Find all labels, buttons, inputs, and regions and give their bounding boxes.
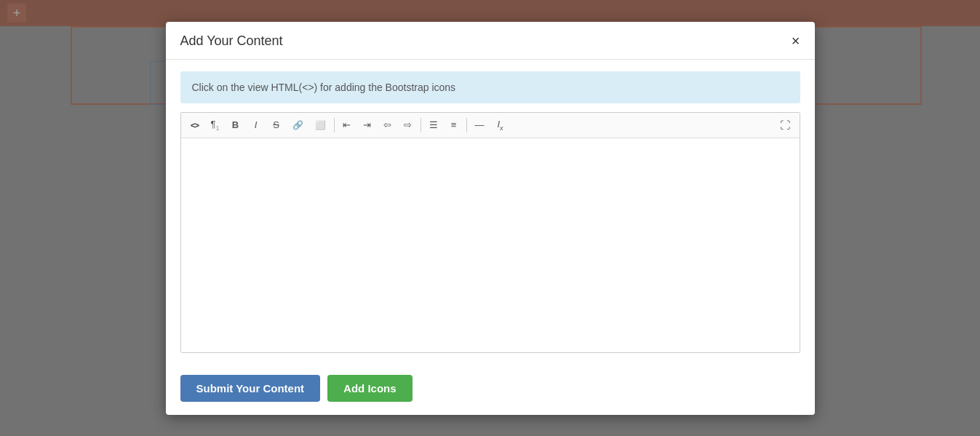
align-right-icon: ⇦ bbox=[383, 119, 391, 130]
paragraph-button[interactable]: ¶1 bbox=[206, 116, 225, 135]
clear-format-button[interactable]: Ix bbox=[491, 116, 510, 135]
align-justify-icon: ⇨ bbox=[404, 119, 412, 130]
toolbar-separator-3 bbox=[466, 118, 467, 132]
modal-footer: Submit Your Content Add Icons bbox=[166, 365, 815, 415]
submit-content-button[interactable]: Submit Your Content bbox=[180, 375, 321, 402]
strikethrough-button[interactable]: S bbox=[267, 116, 286, 135]
italic-button[interactable]: I bbox=[247, 116, 266, 135]
ordered-list-icon: ≡ bbox=[451, 119, 457, 130]
html-view-button[interactable]: <> bbox=[186, 116, 204, 135]
unordered-list-icon: ☰ bbox=[429, 119, 438, 130]
link-button[interactable]: 🔗 bbox=[287, 116, 308, 135]
toolbar-separator-1 bbox=[334, 118, 335, 132]
align-center-button[interactable]: ⇥ bbox=[358, 116, 377, 135]
modal-overlay: Add Your Content × Click on the view HTM… bbox=[0, 0, 980, 436]
toolbar-separator-2 bbox=[421, 118, 421, 132]
align-center-icon: ⇥ bbox=[363, 119, 371, 130]
modal-close-button[interactable]: × bbox=[792, 33, 800, 48]
editor-content-area[interactable] bbox=[181, 138, 800, 352]
align-left-icon: ⇤ bbox=[343, 119, 351, 130]
modal-header: Add Your Content × bbox=[166, 22, 815, 60]
modal-dialog: Add Your Content × Click on the view HTM… bbox=[166, 22, 815, 415]
editor-container: <> ¶1 B I S 🔗 bbox=[180, 112, 800, 353]
editor-toolbar: <> ¶1 B I S 🔗 bbox=[181, 113, 800, 138]
image-button[interactable]: ⬜ bbox=[310, 116, 331, 135]
modal-title: Add Your Content bbox=[180, 33, 283, 49]
hr-icon: — bbox=[475, 119, 485, 130]
fullscreen-icon: ⛶ bbox=[780, 119, 790, 131]
image-icon: ⬜ bbox=[315, 120, 326, 130]
clear-format-icon: Ix bbox=[497, 119, 503, 132]
align-left-button[interactable]: ⇤ bbox=[338, 116, 356, 135]
modal-body: Click on the view HTML(<>) for adding th… bbox=[166, 60, 815, 365]
align-right-button[interactable]: ⇦ bbox=[378, 116, 397, 135]
ordered-list-button[interactable]: ≡ bbox=[445, 116, 463, 135]
link-icon: 🔗 bbox=[292, 120, 303, 130]
bold-button[interactable]: B bbox=[226, 116, 245, 135]
horizontal-rule-button[interactable]: — bbox=[470, 116, 490, 135]
add-icons-button[interactable]: Add Icons bbox=[327, 375, 413, 402]
paragraph-icon: ¶1 bbox=[211, 119, 220, 132]
unordered-list-button[interactable]: ☰ bbox=[424, 116, 443, 135]
info-box: Click on the view HTML(<>) for adding th… bbox=[180, 71, 800, 103]
fullscreen-button[interactable]: ⛶ bbox=[775, 116, 795, 135]
align-justify-button[interactable]: ⇨ bbox=[399, 116, 418, 135]
